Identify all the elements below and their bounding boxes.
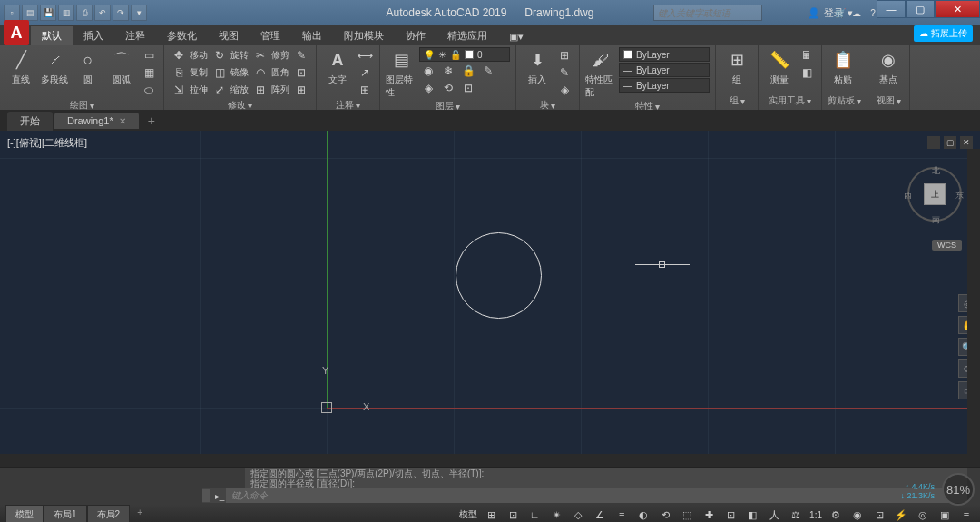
qat-saveas-icon[interactable]: ▥ bbox=[58, 5, 74, 21]
layer-props-button[interactable]: ▤图层特性 bbox=[386, 47, 416, 99]
trim-icon[interactable]: ✂ bbox=[251, 47, 270, 64]
base-button[interactable]: ◉基点 bbox=[873, 47, 904, 86]
polyline-button[interactable]: ⟋多段线 bbox=[39, 47, 70, 86]
color-dropdown[interactable]: ByLayer bbox=[619, 47, 710, 62]
block-attr-icon[interactable]: ◈ bbox=[555, 82, 573, 98]
compass-west[interactable]: 西 bbox=[904, 190, 912, 202]
dimension-icon[interactable]: ⟷ bbox=[356, 47, 374, 64]
qat-more-icon[interactable]: ▾ bbox=[131, 5, 147, 21]
layer-dropdown[interactable]: 💡☀🔓0 bbox=[419, 47, 510, 62]
close-tab-icon[interactable]: ✕ bbox=[119, 116, 126, 126]
line-button[interactable]: ╱直线 bbox=[5, 47, 36, 86]
layer-off-icon[interactable]: ◉ bbox=[419, 63, 437, 79]
compass-east[interactable]: 东 bbox=[956, 190, 964, 202]
qat-plot-icon[interactable]: ⎙ bbox=[76, 5, 93, 21]
stretch-icon[interactable]: ⇲ bbox=[170, 82, 188, 98]
ellipse-icon[interactable]: ⬭ bbox=[140, 82, 158, 98]
layer-match-icon[interactable]: ✎ bbox=[479, 63, 497, 79]
modify-extra2-icon[interactable]: ⊡ bbox=[292, 64, 310, 81]
viewport-label[interactable]: [-][俯视][二维线框] bbox=[7, 136, 87, 150]
compass-south[interactable]: 南 bbox=[932, 214, 940, 226]
qat-redo-icon[interactable]: ↷ bbox=[113, 5, 129, 21]
polar-toggle-icon[interactable]: ✴ bbox=[548, 507, 564, 522]
tab-output[interactable]: 输出 bbox=[291, 26, 333, 45]
modify-extra3-icon[interactable]: ⊞ bbox=[292, 82, 310, 98]
wcs-badge[interactable]: WCS bbox=[932, 240, 962, 251]
hatch-icon[interactable]: ▦ bbox=[140, 64, 158, 81]
tab-featured[interactable]: 精选应用 bbox=[436, 26, 498, 45]
isolate-icon[interactable]: ◎ bbox=[915, 507, 931, 522]
ortho-toggle-icon[interactable]: ∟ bbox=[526, 507, 543, 522]
mirror-icon[interactable]: ◫ bbox=[211, 64, 229, 81]
layer-state-icon[interactable]: ⊡ bbox=[459, 80, 477, 96]
group-button[interactable]: ⊞组 bbox=[721, 47, 752, 86]
group-label-block[interactable]: 块 ▾ bbox=[522, 98, 573, 111]
command-input[interactable]: 键入命令 bbox=[226, 488, 967, 503]
measure-button[interactable]: 📏测量 bbox=[764, 47, 795, 86]
layout-tab-1[interactable]: 布局1 bbox=[44, 505, 87, 522]
osnap-toggle-icon[interactable]: ◇ bbox=[570, 507, 586, 522]
layer-lock-icon[interactable]: 🔒 bbox=[459, 63, 477, 79]
tab-parametric[interactable]: 参数化 bbox=[156, 26, 208, 45]
layout-tab-model[interactable]: 模型 bbox=[5, 505, 44, 522]
drawn-circle[interactable] bbox=[456, 232, 542, 319]
vp-close-icon[interactable]: ✕ bbox=[960, 136, 973, 149]
lineweight-dropdown[interactable]: — ByLayer bbox=[619, 63, 710, 77]
clean-screen-icon[interactable]: ▣ bbox=[936, 507, 953, 522]
tab-view[interactable]: 视图 bbox=[208, 26, 250, 45]
snap-toggle-icon[interactable]: ⊡ bbox=[505, 507, 521, 522]
vp-minimize-icon[interactable]: — bbox=[927, 136, 940, 149]
anno-scale-icon[interactable]: ⚖ bbox=[788, 507, 804, 522]
otrack-toggle-icon[interactable]: ∠ bbox=[592, 507, 608, 522]
units-toggle-icon[interactable]: ⊡ bbox=[871, 507, 887, 522]
status-scale[interactable]: 1:1 bbox=[809, 510, 822, 520]
group-label-annotate[interactable]: 注释 ▾ bbox=[322, 98, 374, 111]
array-icon[interactable]: ⊞ bbox=[251, 82, 270, 98]
table-icon[interactable]: ⊞ bbox=[356, 82, 374, 98]
qp-toggle-icon[interactable]: ⊡ bbox=[722, 507, 739, 522]
status-model-label[interactable]: 模型 bbox=[459, 508, 477, 521]
copy-icon[interactable]: ⎘ bbox=[170, 64, 188, 81]
circle-button[interactable]: ○圆 bbox=[73, 47, 103, 86]
tab-insert[interactable]: 插入 bbox=[73, 26, 114, 45]
group-label-view[interactable]: 视图 ▾ bbox=[873, 94, 904, 108]
layer-prev-icon[interactable]: ⟲ bbox=[439, 80, 457, 96]
sc-toggle-icon[interactable]: ◧ bbox=[744, 507, 760, 522]
cycling-toggle-icon[interactable]: ⟲ bbox=[657, 507, 673, 522]
transparency-toggle-icon[interactable]: ◐ bbox=[635, 507, 652, 522]
compass-north[interactable]: 北 bbox=[932, 165, 940, 177]
tab-expand-icon[interactable]: ▣▾ bbox=[498, 28, 534, 45]
3dosnap-toggle-icon[interactable]: ⬚ bbox=[679, 507, 695, 522]
minimize-button[interactable]: — bbox=[877, 0, 906, 18]
group-label-layers[interactable]: 图层 ▾ bbox=[386, 99, 510, 111]
tab-addins[interactable]: 附加模块 bbox=[333, 26, 395, 45]
calc-icon[interactable]: 🖩 bbox=[798, 47, 816, 64]
hardware-accel-icon[interactable]: ⚡ bbox=[893, 507, 909, 522]
block-edit-icon[interactable]: ✎ bbox=[555, 64, 573, 81]
layout-add-button[interactable]: + bbox=[130, 505, 150, 522]
qat-new-icon[interactable]: ▫ bbox=[4, 5, 20, 21]
tab-annotate[interactable]: 注释 bbox=[114, 26, 156, 45]
lineweight-toggle-icon[interactable]: ≡ bbox=[613, 507, 630, 522]
leader-icon[interactable]: ↗ bbox=[356, 64, 374, 81]
layer-iso-icon[interactable]: ◈ bbox=[419, 80, 437, 96]
scale-icon[interactable]: ⤢ bbox=[211, 82, 229, 98]
search-input[interactable] bbox=[653, 5, 762, 21]
insert-button[interactable]: ⬇插入 bbox=[522, 47, 553, 86]
linetype-dropdown[interactable]: — ByLayer bbox=[619, 78, 710, 93]
vertical-scrollbar[interactable] bbox=[967, 149, 980, 454]
group-label-clipboard[interactable]: 剪贴板 ▾ bbox=[828, 94, 861, 108]
qat-save-icon[interactable]: 💾 bbox=[40, 5, 56, 21]
anno-toggle-icon[interactable]: 人 bbox=[766, 507, 782, 522]
group-label-modify[interactable]: 修改 ▾ bbox=[170, 98, 310, 111]
tab-default[interactable]: 默认 bbox=[31, 26, 73, 45]
anno-monitor-icon[interactable]: ◉ bbox=[849, 507, 866, 522]
tab-manage[interactable]: 管理 bbox=[250, 26, 291, 45]
group-label-properties[interactable]: 特性 ▾ bbox=[585, 99, 710, 111]
vp-maximize-icon[interactable]: ▢ bbox=[944, 136, 956, 149]
group-label-group[interactable]: 组 ▾ bbox=[721, 94, 752, 108]
layout-tab-2[interactable]: 布局2 bbox=[87, 505, 131, 522]
customize-icon[interactable]: ≡ bbox=[958, 507, 975, 522]
tab-collab[interactable]: 协作 bbox=[395, 26, 436, 45]
grid-toggle-icon[interactable]: ⊞ bbox=[483, 507, 499, 522]
